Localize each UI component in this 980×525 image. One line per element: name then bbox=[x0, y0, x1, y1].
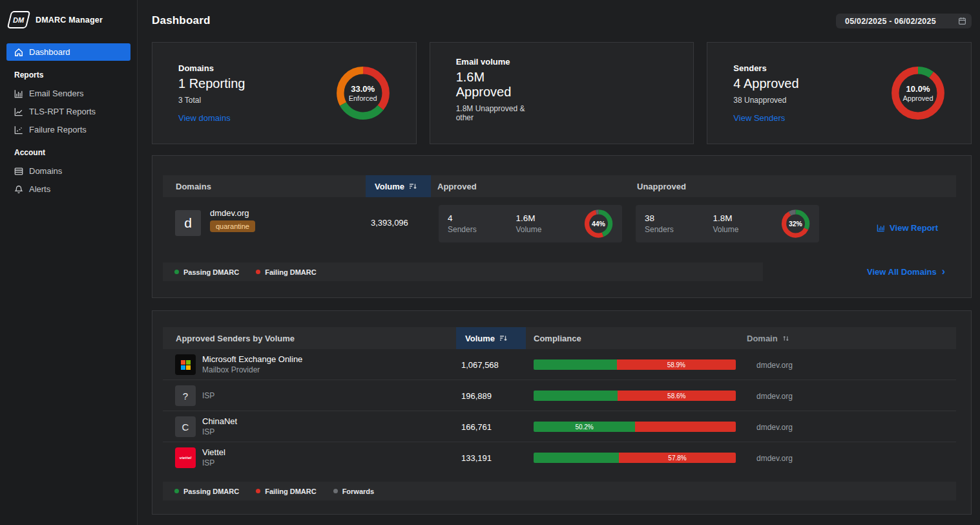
sidebar-item-dashboard[interactable]: Dashboard bbox=[6, 43, 130, 61]
sidebar-item-label: Dashboard bbox=[29, 47, 70, 57]
sender-domain: dmdev.org bbox=[756, 361, 793, 370]
domain-volume: 3,393,096 bbox=[371, 218, 408, 228]
unknown-sender-icon: ? bbox=[175, 385, 196, 406]
sender-row[interactable]: Microsoft Exchange Online Mailbox Provid… bbox=[163, 349, 956, 380]
email-volume-card: Email volume 1.6M Approved 1.8M Unapprov… bbox=[430, 42, 694, 144]
green-dot-icon bbox=[174, 489, 179, 493]
sidebar-item-email-senders[interactable]: Email Senders bbox=[6, 85, 130, 102]
sidebar-item-label: Alerts bbox=[29, 184, 50, 194]
domains-card-text: Domains 1 Reporting 3 Total View domains bbox=[178, 63, 245, 123]
policy-badge: quarantine bbox=[210, 220, 255, 232]
sender-type: ISP bbox=[202, 391, 214, 400]
sender-domain: dmdev.org bbox=[756, 392, 793, 401]
app-name: DMARC Manager bbox=[36, 16, 103, 25]
legend-failing-dmarc: Failing DMARC bbox=[256, 488, 316, 495]
sidebar-item-tls-rpt-reports[interactable]: TLS-RPT Reports bbox=[6, 103, 130, 120]
sidebar-item-label: Email Senders bbox=[29, 89, 84, 98]
enforced-donut-chart: 33.0% Enforced bbox=[335, 65, 391, 122]
sort-icon bbox=[782, 335, 789, 342]
column-header-domains: Domains bbox=[176, 175, 211, 197]
compliance-bar: 58.9% bbox=[534, 359, 736, 370]
domains-card: Domains 1 Reporting 3 Total View domains… bbox=[152, 42, 417, 144]
unapproved-volume-stat: 1.8M Volume bbox=[713, 213, 780, 234]
sender-row[interactable]: viettel Viettel ISP 133,191 57.8% dmdev.… bbox=[163, 442, 956, 473]
view-all-domains-link[interactable]: View All Domains › bbox=[867, 266, 945, 277]
sidebar-section-account: Account bbox=[6, 139, 130, 162]
column-header-approved-senders: Approved Senders by Volume bbox=[176, 327, 295, 349]
green-dot-icon bbox=[174, 270, 179, 274]
compliance-bar: 58.6% bbox=[534, 391, 736, 401]
senders-legend: Passing DMARC Failing DMARC Forwards bbox=[163, 482, 956, 500]
sender-row[interactable]: C ChinaNet ISP 166,761 50.2% dmdev.org bbox=[163, 411, 956, 442]
sender-domain: dmdev.org bbox=[756, 423, 793, 432]
senders-card-text: Senders 4 Approved 38 Unapproved View Se… bbox=[733, 63, 798, 123]
approved-stats-card: 4 Senders 1.6M Volume 44% bbox=[439, 205, 622, 242]
approved-senders-count: 4 Approved bbox=[733, 76, 798, 91]
legend-failing-dmarc: Failing DMARC bbox=[256, 268, 316, 276]
calendar-icon bbox=[958, 17, 966, 25]
sender-name: ChinaNet bbox=[202, 416, 237, 426]
legend-passing-dmarc: Passing DMARC bbox=[174, 488, 239, 495]
sidebar-item-failure-reports[interactable]: Failure Reports bbox=[6, 121, 130, 138]
microsoft-logo-icon bbox=[175, 354, 196, 375]
sender-type: ISP bbox=[202, 458, 214, 467]
legend-forwards: Forwards bbox=[333, 488, 375, 495]
sender-row[interactable]: ? ISP 196,889 58.6% dmdev.org bbox=[163, 380, 956, 411]
sender-type: ISP bbox=[202, 427, 214, 436]
sidebar-item-domains[interactable]: Domains bbox=[6, 162, 130, 180]
date-range-value: 05/02/2025 - 06/02/2025 bbox=[845, 17, 936, 26]
email-volume-bar-chart bbox=[529, 57, 672, 129]
approved-donut-chart: 10.0% Approved bbox=[890, 65, 946, 122]
unapproved-ratio-donut: 32% bbox=[781, 208, 810, 239]
approved-ratio-donut: 44% bbox=[584, 208, 613, 239]
sort-descending-icon bbox=[409, 182, 417, 190]
approved-volume: 1.6M Approved bbox=[456, 70, 530, 100]
senders-table-header: Approved Senders by Volume Volume Compli… bbox=[163, 327, 956, 349]
red-dot-icon bbox=[256, 489, 260, 493]
table-icon bbox=[14, 167, 23, 176]
approved-senders-stat: 4 Senders bbox=[448, 213, 516, 234]
line-chart-icon bbox=[14, 107, 23, 116]
sender-domain: dmdev.org bbox=[756, 454, 793, 463]
red-dot-icon bbox=[256, 270, 260, 274]
domains-total-count: 3 Total bbox=[178, 96, 245, 105]
view-domains-link[interactable]: View domains bbox=[178, 113, 231, 123]
approved-senders-panel: Approved Senders by Volume Volume Compli… bbox=[152, 310, 972, 515]
domain-row[interactable]: d dmdev.org quarantine 3,393,096 4 Sende… bbox=[163, 197, 956, 259]
app-logo: DM DMARC Manager bbox=[0, 0, 137, 38]
approved-volume-stat: 1.6M Volume bbox=[516, 213, 583, 234]
donut-value: 33.0% bbox=[351, 84, 375, 94]
compliance-bar: 50.2% bbox=[534, 422, 736, 432]
sender-name: Microsoft Exchange Online bbox=[202, 354, 302, 364]
sender-volume: 196,889 bbox=[461, 391, 492, 401]
sidebar-item-label: Failure Reports bbox=[29, 125, 87, 134]
sidebar-item-alerts[interactable]: Alerts bbox=[6, 180, 130, 198]
scatter-chart-icon bbox=[14, 125, 23, 134]
sender-type: Mailbox Provider bbox=[202, 365, 260, 374]
senders-rows: Microsoft Exchange Online Mailbox Provid… bbox=[163, 349, 956, 473]
bell-icon bbox=[14, 185, 23, 194]
card-title: Domains bbox=[178, 63, 245, 73]
sidebar: DM DMARC Manager Dashboard Reports Email… bbox=[0, 0, 138, 525]
column-header-unapproved: Unapproved bbox=[637, 175, 686, 197]
viettel-logo-icon: viettel bbox=[175, 447, 196, 468]
donut-value: 10.0% bbox=[906, 84, 930, 94]
view-report-link[interactable]: View Report bbox=[877, 223, 938, 233]
column-header-domain[interactable]: Domain bbox=[747, 327, 789, 349]
sort-descending-icon bbox=[499, 334, 507, 342]
sender-volume: 166,761 bbox=[461, 422, 492, 432]
home-icon bbox=[14, 48, 23, 57]
domain-avatar: d bbox=[175, 210, 201, 236]
column-header-approved: Approved bbox=[437, 175, 477, 197]
domains-table-header: Domains Volume Approved Unapproved bbox=[163, 175, 956, 197]
sender-volume: 1,067,568 bbox=[461, 360, 499, 370]
unapproved-volume: 1.8M Unapproved & other bbox=[456, 104, 530, 122]
senders-card: Senders 4 Approved 38 Unapproved View Se… bbox=[707, 42, 972, 144]
column-header-volume[interactable]: Volume bbox=[456, 327, 526, 349]
column-header-volume[interactable]: Volume bbox=[366, 175, 431, 197]
view-senders-link[interactable]: View Senders bbox=[733, 113, 785, 123]
date-range-picker[interactable]: 05/02/2025 - 06/02/2025 bbox=[836, 14, 972, 28]
card-title: Senders bbox=[733, 63, 798, 73]
domain-name: dmdev.org bbox=[210, 208, 249, 218]
column-header-compliance: Compliance bbox=[534, 327, 581, 349]
